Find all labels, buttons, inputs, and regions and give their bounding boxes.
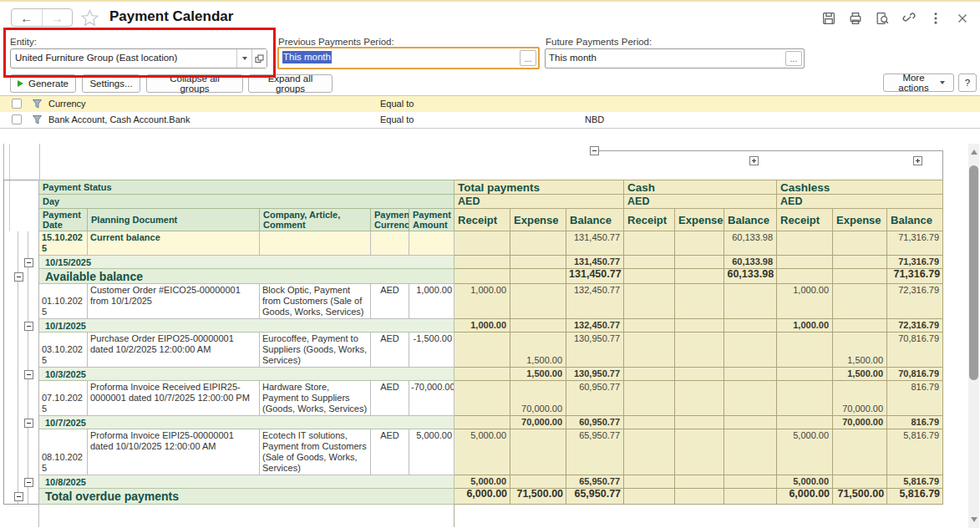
- entity-value[interactable]: United Furniture Group (East location): [11, 49, 236, 68]
- expand-cash-icon[interactable]: [749, 156, 759, 165]
- cell-cashless-expense[interactable]: [833, 319, 887, 333]
- cell-cash-balance[interactable]: [724, 416, 777, 429]
- cell-payment-amount[interactable]: [409, 231, 454, 256]
- previous-period-value[interactable]: This month: [279, 48, 518, 68]
- collapse-day-group-icon[interactable]: [24, 258, 33, 267]
- link-icon[interactable]: [901, 10, 917, 26]
- group-row-label[interactable]: 10/15/2025: [39, 256, 454, 269]
- cell-cash-expense[interactable]: [675, 269, 724, 284]
- entity-choose-button[interactable]: [251, 49, 267, 68]
- cell-cashless-balance[interactable]: 5,816.79: [887, 429, 943, 475]
- cell-cashless-receipt[interactable]: [777, 416, 833, 429]
- cell-cash-expense[interactable]: [675, 475, 724, 489]
- cell-cash-receipt[interactable]: [624, 231, 675, 256]
- grid-row-day[interactable]: 10/1/20251,000.00132,450.771,000.0072,31…: [4, 319, 943, 333]
- cell-cashless-expense[interactable]: [833, 475, 887, 489]
- cell-cashless-expense[interactable]: 1,500.00: [833, 368, 887, 381]
- cell-total-balance[interactable]: 130,950.77: [566, 333, 624, 368]
- cell-total-expense[interactable]: 1,500.00: [510, 333, 566, 368]
- future-period-value[interactable]: This month: [546, 49, 784, 68]
- filter-row-currency[interactable]: Currency Equal to: [0, 96, 980, 112]
- group-row-label[interactable]: 10/1/2025: [39, 319, 454, 333]
- cell-cashless-balance[interactable]: 70,816.79: [887, 333, 943, 368]
- cell-total-balance[interactable]: 60,950.77: [566, 381, 624, 416]
- cell-total-expense[interactable]: [510, 256, 566, 269]
- cell-total-balance[interactable]: 132,450.77: [566, 319, 624, 333]
- vertical-scrollbar[interactable]: [968, 144, 979, 528]
- cell-total-expense[interactable]: [510, 269, 566, 284]
- cell-payment-currency[interactable]: AED: [371, 381, 409, 416]
- forward-button[interactable]: →: [42, 9, 73, 26]
- cell-cashless-balance[interactable]: 70,816.79: [887, 368, 943, 381]
- cell-cash-receipt[interactable]: [624, 256, 675, 269]
- cell-total-balance[interactable]: 131,450.77: [566, 231, 624, 256]
- scrollbar-thumb[interactable]: [969, 165, 978, 380]
- cell-cashless-expense[interactable]: 1,500.00: [833, 333, 887, 368]
- grid-row-total[interactable]: Available balance131,450.7760,133.9871,3…: [4, 269, 943, 284]
- cell-total-balance[interactable]: 65,950.77: [566, 429, 624, 475]
- cell-cash-balance[interactable]: [724, 368, 777, 381]
- cell-cash-expense[interactable]: [675, 429, 724, 475]
- cell-total-expense[interactable]: [510, 284, 566, 319]
- cell-total-expense[interactable]: 70,000.00: [510, 381, 566, 416]
- help-button[interactable]: ?: [958, 74, 977, 92]
- cell-company-article-comment[interactable]: Ecotech IT solutions, Payment from Custo…: [260, 429, 371, 475]
- cell-cash-receipt[interactable]: [624, 269, 675, 284]
- cell-total-expense[interactable]: [510, 231, 566, 256]
- future-period-field[interactable]: This month ...: [545, 48, 805, 69]
- cell-cashless-balance[interactable]: 5,816.79: [887, 489, 943, 505]
- cell-cash-balance[interactable]: 60,133.98: [724, 269, 777, 284]
- grid-row-total[interactable]: Total overdue payments6,000.0071,500.006…: [4, 489, 943, 505]
- group-row-label[interactable]: 10/7/2025: [39, 416, 454, 429]
- collapse-group-icon[interactable]: [14, 272, 23, 282]
- cell-total-receipt[interactable]: 5,000.00: [454, 475, 510, 489]
- cell-cash-balance[interactable]: 60,133.98: [724, 231, 777, 256]
- cell-cash-receipt[interactable]: [624, 429, 675, 475]
- grid-row-day[interactable]: 10/7/202570,000.0060,950.7770,000.00816.…: [4, 416, 943, 429]
- cell-cash-expense[interactable]: [675, 284, 724, 319]
- cell-cash-receipt[interactable]: [624, 319, 675, 333]
- cell-cashless-receipt[interactable]: 1,000.00: [777, 319, 833, 333]
- cell-total-balance[interactable]: 132,450.77: [566, 284, 624, 319]
- cell-total-receipt[interactable]: 6,000.00: [454, 489, 510, 505]
- cell-total-expense[interactable]: [510, 475, 566, 489]
- grid-row-detail[interactable]: 01.10.2025Customer Order #EICO25-0000000…: [4, 284, 943, 319]
- settings-button[interactable]: Settings...: [82, 74, 140, 93]
- cell-payment-currency[interactable]: AED: [371, 429, 409, 475]
- cell-cashless-receipt[interactable]: 1,000.00: [777, 284, 833, 319]
- cell-cash-expense[interactable]: [675, 256, 724, 269]
- cell-cash-expense[interactable]: [675, 231, 724, 256]
- cell-total-receipt[interactable]: [454, 256, 510, 269]
- cell-total-expense[interactable]: 71,500.00: [510, 489, 566, 505]
- cell-total-receipt[interactable]: [454, 333, 510, 368]
- group-row-label[interactable]: 10/3/2025: [39, 368, 454, 381]
- grid-row-detail[interactable]: 08.10.2025Proforma Invoice EIPI25-000000…: [4, 429, 943, 475]
- cell-cash-expense[interactable]: [675, 381, 724, 416]
- group-row-label[interactable]: Total overdue payments: [39, 489, 454, 505]
- cell-total-balance[interactable]: 131,450.77: [566, 269, 624, 284]
- cell-cashless-expense[interactable]: [833, 269, 887, 284]
- scroll-down-icon[interactable]: [971, 517, 977, 522]
- close-icon[interactable]: [954, 10, 970, 26]
- cell-payment-currency[interactable]: AED: [371, 333, 409, 368]
- preview-icon[interactable]: [874, 10, 890, 26]
- cell-cashless-expense[interactable]: 70,000.00: [833, 416, 887, 429]
- cell-payment-date[interactable]: 15.10.2025: [39, 231, 88, 256]
- more-actions-button[interactable]: More actions: [883, 74, 954, 92]
- cell-cashless-receipt[interactable]: [777, 269, 833, 284]
- scroll-up-icon[interactable]: [971, 150, 977, 155]
- cell-cashless-receipt[interactable]: [777, 333, 833, 368]
- cell-total-receipt[interactable]: [454, 269, 510, 284]
- cell-cashless-expense[interactable]: 70,000.00: [833, 381, 887, 416]
- collapse-day-group-icon[interactable]: [24, 419, 33, 428]
- cell-total-expense[interactable]: [510, 319, 566, 333]
- cell-total-receipt[interactable]: 1,000.00: [454, 319, 510, 333]
- group-row-label[interactable]: 10/8/2025: [39, 475, 454, 489]
- cell-cash-receipt[interactable]: [624, 489, 675, 505]
- collapse-total-payments-icon[interactable]: [590, 146, 599, 155]
- cell-cashless-balance[interactable]: 5,816.79: [887, 475, 943, 489]
- entity-field[interactable]: United Furniture Group (East location): [10, 48, 267, 69]
- previous-period-select-button[interactable]: ...: [520, 50, 536, 66]
- cell-payment-date[interactable]: 01.10.2025: [39, 284, 88, 319]
- cell-cashless-expense[interactable]: [833, 256, 887, 269]
